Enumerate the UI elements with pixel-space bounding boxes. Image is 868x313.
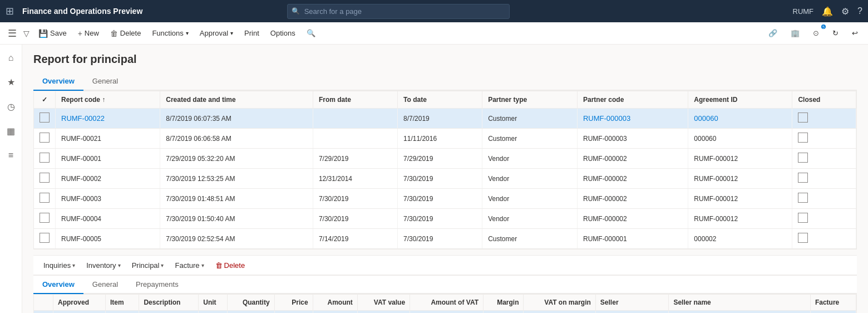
sidebar-list-icon[interactable]: ≡ [6, 148, 16, 163]
col-price[interactable]: Price [274, 295, 313, 311]
toolbar-right-icon1[interactable]: 🔗 [764, 26, 782, 40]
delete-icon: 🗑 [215, 261, 223, 270]
col-vat-value[interactable]: VAT value [357, 295, 410, 311]
print-button[interactable]: Print [240, 26, 264, 40]
functions-button[interactable]: Functions ▾ [147, 26, 193, 40]
from-date [313, 109, 397, 129]
principal-button[interactable]: Principal ▾ [127, 259, 169, 272]
col-from-date[interactable]: From date [313, 91, 397, 109]
to-date: 8/7/2019 [398, 109, 482, 129]
table-row[interactable]: RUMF-000218/7/2019 06:06:58 AM11/11/2016… [34, 129, 856, 149]
col-item[interactable]: Item [105, 295, 139, 311]
col-report-code[interactable]: Report code ↑ [56, 91, 160, 109]
tab-bottom-overview[interactable]: Overview [33, 276, 83, 294]
created-date: 8/7/2019 06:06:58 AM [160, 129, 313, 149]
options-button[interactable]: Options [266, 26, 300, 40]
help-icon[interactable]: ? [857, 6, 862, 16]
delete-button[interactable]: 🗑 Delete [106, 26, 146, 41]
col-created[interactable]: Created date and time [160, 91, 313, 109]
user-name: RUMF [793, 7, 814, 16]
row-check[interactable] [34, 189, 56, 209]
col-approved[interactable]: Approved [53, 295, 106, 311]
col-margin[interactable]: Margin [484, 295, 524, 311]
table-row[interactable]: RUMF-000047/30/2019 01:50:40 AM7/30/2019… [34, 209, 856, 229]
inventory-button[interactable]: Inventory ▾ [82, 259, 125, 272]
new-button[interactable]: + New [73, 26, 103, 41]
toolbar-refresh-icon[interactable]: ↻ [828, 26, 843, 40]
col-amount-vat[interactable]: Amount of VAT [410, 295, 484, 311]
col-seller[interactable]: Seller [595, 295, 669, 311]
col-quantity[interactable]: Quantity [228, 295, 274, 311]
closed-check[interactable] [792, 169, 856, 189]
search-container: 🔍 [287, 4, 510, 19]
table-row[interactable]: RUMF-000037/30/2019 01:48:51 AM7/30/2019… [34, 189, 856, 209]
col-partner-code[interactable]: Partner code [577, 91, 688, 109]
bottom-table-row[interactable]: ✓✓Item1Item 1шт1.00100.00100.0018.000001… [34, 311, 856, 314]
search-icon: 🔍 [292, 7, 300, 15]
row-check[interactable] [34, 129, 56, 149]
closed-check[interactable] [792, 189, 856, 209]
col-amount[interactable]: Amount [313, 295, 357, 311]
sidebar-star-icon[interactable]: ★ [4, 74, 18, 90]
page-title: Report for principal [33, 53, 857, 66]
closed-check[interactable] [792, 109, 856, 129]
hamburger-icon[interactable]: ☰ [6, 25, 19, 42]
row-check[interactable] [34, 229, 56, 249]
col-vat-margin[interactable]: VAT on margin [524, 295, 595, 311]
row-check[interactable]: ✓ [34, 311, 53, 314]
col-unit[interactable]: Unit [199, 295, 228, 311]
row-check[interactable] [34, 149, 56, 169]
table-row[interactable]: RUMF-000228/7/2019 06:07:35 AM8/7/2019Cu… [34, 109, 856, 129]
closed-check[interactable] [792, 149, 856, 169]
table-row[interactable]: RUMF-000057/30/2019 02:52:54 AM7/14/2019… [34, 229, 856, 249]
closed-check[interactable] [792, 229, 856, 249]
closed-check[interactable] [792, 129, 856, 149]
search-toolbar-icon[interactable]: 🔍 [302, 26, 320, 40]
save-button[interactable]: 💾 Save [34, 26, 71, 41]
approval-button[interactable]: Approval ▾ [195, 26, 238, 40]
sidebar-home-icon[interactable]: ⌂ [6, 50, 17, 66]
col-closed[interactable]: Closed [792, 91, 856, 109]
col-facture[interactable]: Facture [810, 295, 856, 311]
col-partner-type[interactable]: Partner type [482, 91, 578, 109]
tab-bottom-general[interactable]: General [83, 276, 127, 294]
tab-overview[interactable]: Overview [33, 72, 83, 91]
table-row[interactable]: RUMF-000027/30/2019 12:53:25 AM12/31/201… [34, 169, 856, 189]
row-check[interactable] [34, 109, 56, 129]
sub-toolbar: Inquiries ▾ Inventory ▾ Principal ▾ Fact… [33, 255, 857, 275]
created-date: 7/30/2019 01:48:51 AM [160, 189, 313, 209]
bell-icon[interactable]: 🔔 [822, 6, 833, 17]
toolbar-badge-icon[interactable]: ⊙ 5 [808, 26, 823, 40]
row-check[interactable] [34, 169, 56, 189]
toolbar-right-icon2[interactable]: 🏢 [786, 26, 804, 40]
col-seller-name[interactable]: Seller name [669, 295, 811, 311]
sidebar-module-icon[interactable]: ▦ [4, 123, 18, 139]
sub-delete-button[interactable]: 🗑 Delete [211, 259, 250, 272]
tab-bottom-prepayments[interactable]: Prepayments [127, 276, 188, 294]
settings-icon[interactable]: ⚙ [841, 6, 849, 17]
tab-general[interactable]: General [83, 72, 127, 91]
app-title: Finance and Operations Preview [22, 7, 142, 16]
col-description[interactable]: Description [139, 295, 199, 311]
search-input[interactable] [287, 4, 510, 19]
row-check[interactable] [34, 209, 56, 229]
inquiries-button[interactable]: Inquiries ▾ [39, 259, 80, 272]
delete-icon: 🗑 [110, 29, 118, 38]
unit: шт [199, 311, 228, 314]
report-code: RUMF-00005 [56, 229, 160, 249]
approved-check[interactable]: ✓ [53, 311, 106, 314]
partner-type: Vendor [482, 169, 578, 189]
layout: ⌂ ★ ◷ ▦ ≡ Report for principal Overview … [0, 45, 868, 313]
filter-icon[interactable]: ▽ [21, 27, 32, 40]
sidebar-clock-icon[interactable]: ◷ [4, 99, 18, 115]
created-date: 7/30/2019 01:50:40 AM [160, 209, 313, 229]
from-date [313, 129, 397, 149]
col-agreement-id[interactable]: Agreement ID [688, 91, 792, 109]
closed-check[interactable] [792, 209, 856, 229]
col-to-date[interactable]: To date [398, 91, 482, 109]
facture-button[interactable]: Facture ▾ [170, 259, 208, 272]
toolbar-info-icon[interactable]: ↩ [847, 26, 862, 40]
table-row[interactable]: RUMF-000017/29/2019 05:32:20 AM7/29/2019… [34, 149, 856, 169]
top-bar: ⊞ Finance and Operations Preview 🔍 RUMF … [0, 0, 868, 22]
grid-icon[interactable]: ⊞ [6, 5, 14, 17]
